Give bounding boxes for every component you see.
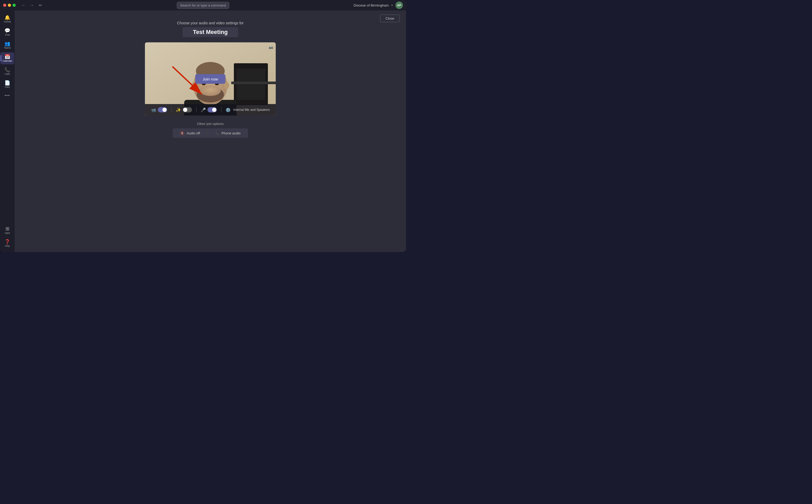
mic-icon: 🎤 [201, 107, 206, 112]
sidebar-item-label: Apps [5, 232, 10, 234]
pre-join-subtitle: Choose your audio and video settings for [177, 21, 244, 25]
close-window-button[interactable] [3, 4, 6, 7]
sidebar-item-apps[interactable]: ⊞ Apps [1, 224, 14, 236]
org-name: Diocese of Birmingham [354, 3, 389, 7]
sidebar-item-label: Activity [4, 21, 11, 23]
svg-rect-3 [231, 82, 276, 84]
titlebar-right: Diocese of Birmingham ▾ AP [354, 2, 403, 9]
camera-toggle[interactable] [158, 107, 167, 112]
meeting-name: Test Meeting [183, 27, 238, 37]
sidebar-item-help[interactable]: ❓ Help [1, 237, 14, 249]
blur-toggle[interactable] [183, 107, 192, 112]
phone-icon: 📞 [215, 131, 219, 135]
speaker-label: Internal Mic and Speakers [233, 108, 270, 112]
back-button[interactable]: ← [20, 2, 27, 9]
phone-audio-button[interactable]: 📞 Phone audio [208, 128, 248, 138]
maximize-window-button[interactable] [13, 4, 16, 7]
more-icon: ••• [5, 94, 10, 97]
sidebar-item-more[interactable]: ••• [1, 91, 14, 99]
speaker-control-group: ⚙️ Internal Mic and Speakers [225, 107, 270, 112]
minimize-window-button[interactable] [8, 4, 11, 7]
video-preview: 📷 Join now 📹 ✨ [145, 42, 276, 116]
sidebar-item-files[interactable]: 📄 Files [1, 78, 14, 90]
sidebar-item-teams[interactable]: 👥 Teams [1, 39, 14, 51]
activity-icon: 🔔 [4, 15, 10, 20]
join-options-row: 🔇 Audio off 📞 Phone audio [173, 128, 248, 138]
audio-off-icon: 🔇 [180, 131, 184, 135]
sidebar-item-label: Calls [5, 73, 10, 75]
apps-icon: ⊞ [5, 226, 9, 231]
traffic-lights [3, 4, 16, 7]
blur-control-group: ✨ [176, 107, 192, 112]
main-layout: 🔔 Activity 💬 Chat 👥 Teams 📅 Calendar 📞 C… [0, 10, 406, 252]
separator-1 [171, 107, 172, 112]
sidebar-item-label: Chat [5, 34, 10, 36]
calendar-icon: 📅 [4, 54, 10, 59]
help-icon: ❓ [4, 239, 10, 244]
sidebar-item-calls[interactable]: 📞 Calls [1, 65, 14, 77]
sidebar-item-calendar[interactable]: 📅 Calendar [1, 52, 14, 64]
separator-2 [196, 107, 196, 112]
phone-audio-label: Phone audio [221, 131, 241, 135]
mic-control-group: 🎤 [201, 107, 217, 112]
sidebar-item-label: Calendar [3, 60, 12, 62]
main-content: Close Choose your audio and video settin… [15, 10, 406, 252]
blur-toggle-knob [183, 108, 187, 112]
separator-3 [221, 107, 221, 112]
compose-button[interactable]: ✏ [37, 2, 44, 9]
teams-icon: 👥 [4, 41, 10, 46]
chevron-down-icon[interactable]: ▾ [391, 4, 393, 7]
other-join-options: Other join options 🔇 Audio off 📞 Phone a… [173, 122, 248, 138]
camera-corner-icon: 📷 [269, 45, 273, 49]
gear-icon[interactable]: ⚙️ [225, 107, 231, 112]
audio-off-label: Audio off [186, 131, 200, 135]
sidebar-item-label: Help [5, 245, 10, 247]
other-options-label: Other join options [173, 122, 248, 126]
search-input[interactable]: Search for or type a command [177, 2, 229, 9]
svg-point-12 [200, 85, 221, 96]
sidebar-item-label: Teams [4, 47, 11, 49]
join-now-button[interactable]: Join now [195, 74, 225, 84]
sidebar-item-label: Files [5, 86, 10, 88]
blur-icon: ✨ [176, 107, 181, 112]
files-icon: 📄 [4, 81, 10, 85]
sidebar-item-chat[interactable]: 💬 Chat [1, 26, 14, 38]
mic-toggle[interactable] [207, 107, 217, 112]
sidebar: 🔔 Activity 💬 Chat 👥 Teams 📅 Calendar 📞 C… [0, 10, 15, 252]
camera-control-group: 📹 [151, 107, 167, 112]
mic-toggle-knob [212, 108, 216, 112]
camera-toggle-knob [162, 108, 167, 112]
search-bar[interactable]: Search for or type a command [177, 2, 229, 9]
camera-icon: 📹 [151, 107, 156, 112]
app-window: ← → ✏ Search for or type a command Dioce… [0, 0, 406, 252]
nav-buttons: ← → ✏ [20, 2, 44, 9]
calls-icon: 📞 [4, 67, 10, 72]
controls-bar: 📹 ✨ [145, 104, 276, 116]
chat-icon: 💬 [4, 28, 10, 33]
audio-off-button[interactable]: 🔇 Audio off [173, 128, 207, 138]
forward-button[interactable]: → [28, 2, 36, 9]
close-button[interactable]: Close [380, 15, 400, 22]
avatar[interactable]: AP [395, 2, 403, 9]
titlebar: ← → ✏ Search for or type a command Dioce… [0, 0, 406, 10]
sidebar-item-activity[interactable]: 🔔 Activity [1, 13, 14, 25]
